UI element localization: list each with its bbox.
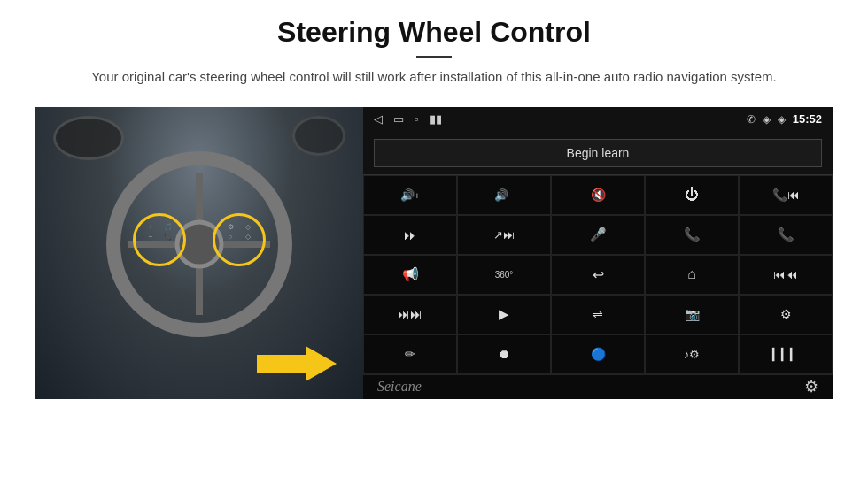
left-btn-circle: +🎵 −📞 (133, 213, 186, 266)
title-section: Steering Wheel Control Your original car… (91, 16, 777, 100)
record-button[interactable]: ⏺ (457, 334, 551, 374)
fast-forward-button[interactable]: ⏭⏭ (363, 295, 457, 334)
time-display: 15:52 (793, 112, 822, 126)
camera-button[interactable]: 📷 (645, 295, 739, 334)
steering-wheel: +🎵 −📞 ⚙◇ ○◇ (106, 151, 292, 337)
status-bar: ◁ ▭ ▫ ▮▮ ✆ ◈ ◈ 15:52 (363, 107, 833, 132)
shuffle-next-button[interactable]: ↗⏭ (457, 215, 551, 255)
wifi-icon: ◈ (778, 113, 786, 126)
360-view-button[interactable]: 360° (457, 255, 551, 295)
content-row: +🎵 −📞 ⚙◇ ○◇ (35, 107, 833, 399)
navigate-button[interactable]: ▶ (457, 295, 551, 334)
begin-learn-button[interactable]: Begin learn (374, 139, 822, 167)
speaker-button[interactable]: 📢 (363, 255, 457, 295)
home-button[interactable]: ⌂ (645, 255, 739, 295)
music-settings-button[interactable]: ♪⚙ (645, 334, 739, 374)
back-button[interactable]: ↩ (551, 255, 645, 295)
spectrum-button[interactable]: ▎▎▎ (739, 334, 833, 374)
control-grid: 🔊+ 🔊− 🔇 ⏻ 📞⏮ ⏭ ↗⏭ (363, 174, 833, 374)
signal-icon: ▮▮ (430, 112, 442, 126)
status-right: ✆ ◈ ◈ 15:52 (747, 112, 822, 126)
recent-nav-icon[interactable]: ▫ (415, 112, 419, 126)
bottom-bar: Seicane ⚙ (363, 374, 833, 399)
page-wrapper: Steering Wheel Control Your original car… (0, 0, 868, 484)
bluetooth-button[interactable]: 🔵 (551, 334, 645, 374)
switch-button[interactable]: ⇌ (551, 295, 645, 334)
edit-button[interactable]: ✏ (363, 334, 457, 374)
home-nav-icon[interactable]: ▭ (393, 112, 404, 126)
radio-ui: ◁ ▭ ▫ ▮▮ ✆ ◈ ◈ 15:52 Begin learn (363, 107, 833, 399)
begin-learn-row: Begin learn (363, 132, 833, 174)
end-call-button[interactable]: 📞 (739, 215, 833, 255)
location-icon: ◈ (763, 113, 771, 126)
yellow-arrow (257, 346, 337, 381)
power-button[interactable]: ⏻ (645, 175, 739, 215)
phone-status-icon: ✆ (747, 113, 756, 126)
subtitle: Your original car's steering wheel contr… (91, 67, 777, 88)
prev-track-button[interactable]: 📞⏮ (739, 175, 833, 215)
next-button[interactable]: ⏭ (363, 215, 457, 255)
seicane-logo: Seicane (377, 379, 422, 395)
call-button[interactable]: 📞 (645, 215, 739, 255)
page-title: Steering Wheel Control (91, 16, 777, 49)
equalizer-button[interactable]: ⚙ (739, 295, 833, 334)
mic-button[interactable]: 🎤 (551, 215, 645, 255)
back-nav-icon[interactable]: ◁ (374, 112, 383, 126)
right-btn-circle: ⚙◇ ○◇ (213, 213, 266, 266)
mute-button[interactable]: 🔇 (551, 175, 645, 215)
prev-chapter-button[interactable]: ⏮⏮ (739, 255, 833, 295)
status-left: ◁ ▭ ▫ ▮▮ (374, 112, 442, 126)
title-divider (416, 56, 452, 58)
settings-icon[interactable]: ⚙ (804, 377, 818, 396)
vol-down-button[interactable]: 🔊− (457, 175, 551, 215)
vol-up-button[interactable]: 🔊+ (363, 175, 457, 215)
car-image: +🎵 −📞 ⚙◇ ○◇ (35, 107, 363, 399)
